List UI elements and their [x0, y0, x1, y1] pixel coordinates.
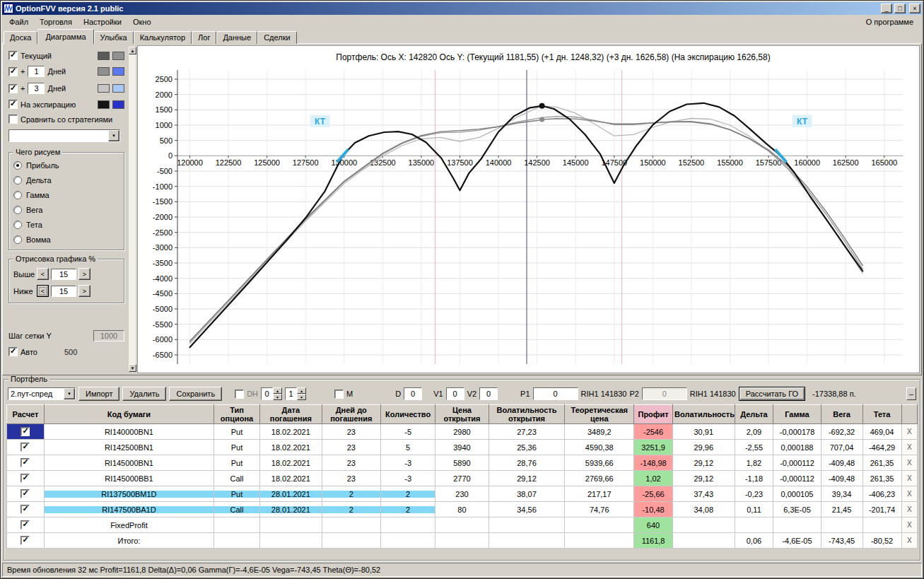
radio-gamma[interactable]	[13, 191, 22, 199]
column-header-profit[interactable]: Профит	[634, 405, 673, 424]
row-delete-button[interactable]: X	[901, 502, 917, 517]
current-checkbox[interactable]	[8, 51, 18, 60]
plus3-checkbox[interactable]	[8, 84, 18, 93]
scroll-up-icon[interactable]: ▲	[129, 47, 136, 54]
tab-doska[interactable]: Доска	[4, 31, 37, 44]
plus1-days-input[interactable]	[28, 66, 45, 77]
column-header-qty[interactable]: Количество	[381, 405, 435, 424]
dropdown-arrow-icon[interactable]: ▼	[108, 130, 119, 141]
menu-trading[interactable]: Торговля	[34, 16, 78, 28]
maximize-button[interactable]: □	[894, 4, 906, 13]
tab-sdelki[interactable]: Сделки	[257, 31, 297, 44]
delete-button[interactable]: Удалить	[122, 387, 166, 401]
dh-spinner-2[interactable]: ▲▼	[285, 387, 306, 400]
cell-calc[interactable]	[7, 517, 45, 533]
p2-input[interactable]	[642, 387, 687, 400]
column-header-delta[interactable]: Дельта	[735, 405, 773, 424]
v2-input[interactable]	[479, 387, 498, 400]
column-header-open_vol[interactable]: Волатильность открытия	[489, 405, 565, 424]
row-checkbox[interactable]	[21, 489, 30, 498]
row-checkbox[interactable]	[21, 474, 30, 483]
expiration-color-swatch-1[interactable]	[98, 100, 110, 109]
column-header-code[interactable]: Код бумаги	[44, 405, 214, 424]
row-delete-button[interactable]: X	[901, 424, 917, 440]
grid-step-input[interactable]	[93, 330, 124, 341]
tab-dannye[interactable]: Данные	[216, 31, 257, 44]
tab-log[interactable]: Лог	[192, 31, 216, 44]
row-checkbox[interactable]	[21, 458, 30, 467]
below-decrement-button[interactable]: <	[37, 285, 49, 297]
strategy-dropdown[interactable]: ▼	[8, 129, 120, 142]
row-delete-button[interactable]: X	[901, 486, 917, 502]
dh-spinner-2-input[interactable]	[285, 387, 297, 400]
menu-settings[interactable]: Настройки	[78, 16, 127, 28]
radio-vomma[interactable]	[13, 235, 22, 244]
cell-calc[interactable]	[7, 502, 45, 517]
auto-checkbox[interactable]	[8, 347, 18, 356]
tab-kalkulyator[interactable]: Калькулятор	[134, 31, 192, 44]
v1-input[interactable]	[446, 387, 464, 400]
row-checkbox[interactable]	[21, 520, 30, 530]
p1-input[interactable]	[533, 387, 578, 400]
plus3-color-swatch-2[interactable]	[112, 84, 124, 93]
panel-scrollbar[interactable]: ▲ ▼	[128, 47, 136, 372]
above-increment-button[interactable]: >	[78, 268, 90, 280]
dropdown-arrow-icon[interactable]: ▼	[64, 388, 75, 399]
minimize-button[interactable]: _	[881, 4, 892, 13]
column-header-gamma[interactable]: Гамма	[773, 405, 821, 424]
row-checkbox[interactable]	[21, 536, 30, 545]
row-delete-button[interactable]: X	[901, 455, 917, 471]
row-delete-button[interactable]: X	[901, 517, 917, 533]
row-checkbox[interactable]	[21, 505, 30, 514]
column-header-vega[interactable]: Вега	[821, 405, 862, 424]
radio-vega[interactable]	[13, 206, 22, 214]
preset-dropdown[interactable]: 2.пут-спред ▼	[8, 387, 76, 400]
plus1-color-swatch-2[interactable]	[112, 67, 124, 76]
spin-up-icon[interactable]: ▲	[273, 387, 282, 394]
import-button[interactable]: Импорт	[78, 387, 119, 401]
plus3-color-swatch-1[interactable]	[98, 84, 110, 93]
close-button[interactable]: ×	[909, 4, 920, 13]
column-header-vol[interactable]: Волатильность	[673, 405, 735, 424]
row-delete-button[interactable]: X	[901, 471, 917, 486]
column-header-theta[interactable]: Тета	[862, 405, 901, 424]
d-input[interactable]	[404, 387, 422, 400]
plus1-checkbox[interactable]	[8, 67, 18, 76]
dh-spinner-1-input[interactable]	[261, 387, 273, 400]
dh-checkbox[interactable]	[235, 390, 244, 399]
column-header-theo[interactable]: Теоретическая цена	[565, 405, 634, 424]
dh-spinner-1[interactable]: ▲▼	[261, 387, 282, 400]
plus1-color-swatch-1[interactable]	[98, 67, 110, 76]
column-header-calc[interactable]: Расчет	[7, 405, 45, 424]
column-header-days[interactable]: Дней до погашения	[322, 405, 380, 424]
calc-go-button[interactable]: Рассчитать ГО	[739, 387, 805, 401]
save-button[interactable]: Сохранить	[169, 387, 222, 401]
below-value-input[interactable]	[51, 286, 76, 297]
spin-down-icon[interactable]: ▼	[273, 394, 282, 400]
above-value-input[interactable]	[51, 269, 76, 280]
cell-calc[interactable]	[7, 471, 45, 486]
cell-calc[interactable]	[7, 455, 45, 471]
plus3-days-input[interactable]	[28, 83, 45, 94]
row-checkbox[interactable]	[21, 427, 30, 436]
radio-theta[interactable]	[13, 221, 22, 229]
menu-window[interactable]: Окно	[127, 16, 157, 28]
spin-down-icon[interactable]: ▼	[297, 394, 306, 400]
cell-calc[interactable]	[7, 424, 45, 440]
scroll-down-icon[interactable]: ▼	[129, 364, 136, 372]
spin-up-icon[interactable]: ▲	[297, 387, 306, 394]
menu-file[interactable]: Файл	[4, 16, 34, 28]
toolbar-collapse-button[interactable]: _	[906, 387, 916, 400]
tab-diagramma[interactable]: Диаграмма	[37, 29, 93, 44]
column-header-del[interactable]	[901, 405, 917, 424]
radio-pribyl[interactable]	[13, 161, 22, 170]
current-color-swatch-2[interactable]	[112, 52, 124, 60]
expiration-color-swatch-2[interactable]	[112, 100, 124, 109]
cell-calc[interactable]	[7, 486, 45, 502]
tab-ulybka[interactable]: Улыбка	[94, 31, 134, 44]
m-checkbox[interactable]	[334, 390, 344, 399]
compare-checkbox[interactable]	[8, 115, 18, 124]
row-delete-button[interactable]: X	[901, 533, 917, 549]
menu-about[interactable]: О программе	[866, 18, 920, 26]
cell-calc[interactable]	[7, 440, 45, 455]
